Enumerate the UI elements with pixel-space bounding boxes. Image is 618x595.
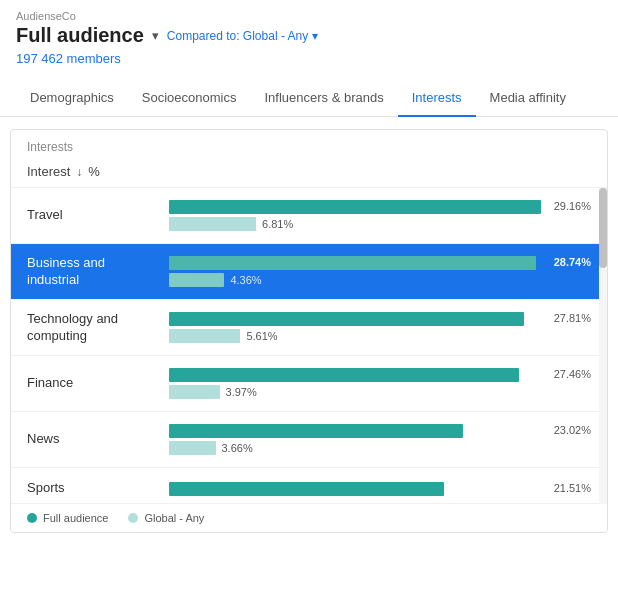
- bar-value-news-secondary: 3.66%: [222, 442, 253, 454]
- legend-dot-primary: [27, 513, 37, 523]
- bar-finance-secondary: [169, 385, 220, 399]
- bar-row-travel-primary: [169, 200, 541, 214]
- scrollbar-thumb[interactable]: [599, 188, 607, 268]
- bar-business-primary: [169, 256, 536, 270]
- bar-row-tech-secondary: 5.61%: [169, 329, 541, 343]
- bars-tech: 27.81% 5.61%: [169, 312, 591, 343]
- tab-media-affinity[interactable]: Media affinity: [476, 80, 580, 117]
- header: AudienseCo Full audience ▾ Compared to: …: [0, 0, 618, 72]
- bar-tech-primary: [169, 312, 524, 326]
- table-row: Travel 29.16% 6.81%: [11, 188, 607, 244]
- legend-dot-secondary: [128, 513, 138, 523]
- bars-finance: 27.46% 3.97%: [169, 368, 591, 399]
- scrollbar-track[interactable]: [599, 188, 607, 504]
- bar-row-news-primary: [169, 424, 541, 438]
- pct-tech-primary: 27.81%: [554, 312, 591, 324]
- bar-row-travel-secondary: 6.81%: [169, 217, 541, 231]
- bar-business-secondary: [169, 273, 224, 287]
- bar-value-travel-secondary: 6.81%: [262, 218, 293, 230]
- compared-to-value[interactable]: Global - Any ▾: [243, 29, 318, 43]
- bar-row-news-secondary: 3.66%: [169, 441, 541, 455]
- table-row-finance: Finance 27.46% 3.97%: [11, 356, 607, 412]
- tab-socioeconomics[interactable]: Socioeconomics: [128, 80, 251, 117]
- legend-item-full: Full audience: [27, 512, 108, 524]
- pct-label: %: [88, 164, 100, 179]
- legend-label-full: Full audience: [43, 512, 108, 524]
- pct-sports-primary: 21.51%: [554, 482, 591, 494]
- bar-value-finance-secondary: 3.97%: [226, 386, 257, 398]
- compared-to-label: Compared to: Global - Any ▾: [167, 29, 318, 43]
- legend: Full audience Global - Any: [11, 504, 607, 532]
- bar-finance-primary: [169, 368, 519, 382]
- content-area: Interests Interest ↓ % Travel 29.16% 6.8…: [10, 129, 608, 533]
- bar-travel-secondary: [169, 217, 256, 231]
- pct-travel-primary: 29.16%: [554, 200, 591, 212]
- audience-title: Full audience: [16, 24, 144, 47]
- legend-label-global: Global - Any: [144, 512, 204, 524]
- row-label-business: Business and industrial: [27, 255, 157, 289]
- pct-business-primary: 28.74%: [554, 256, 591, 268]
- table-row-sports: Sports 21.51%: [11, 468, 607, 504]
- table-row-news: News 23.02% 3.66%: [11, 412, 607, 468]
- bar-travel-primary: [169, 200, 541, 214]
- row-label-news: News: [27, 431, 157, 448]
- table-wrapper: Travel 29.16% 6.81% Business and industr…: [11, 188, 607, 504]
- pct-finance-primary: 27.46%: [554, 368, 591, 380]
- bars-sports: 21.51%: [169, 482, 591, 496]
- bar-sports-primary: [169, 482, 444, 496]
- row-label-sports: Sports: [27, 480, 157, 497]
- row-label-finance: Finance: [27, 375, 157, 392]
- content-header: Interests Interest ↓ %: [11, 130, 607, 188]
- bar-row-sports-primary: [169, 482, 541, 496]
- table-row-tech: Technology and computing 27.81% 5.61%: [11, 300, 607, 356]
- bars-business: 28.74% 4.36%: [169, 256, 591, 287]
- bars-travel: 29.16% 6.81%: [169, 200, 591, 231]
- members-count: 197 462 members: [16, 51, 602, 66]
- tabs-bar: Demographics Socioeconomics Influencers …: [0, 80, 618, 117]
- bar-news-primary: [169, 424, 463, 438]
- audience-dropdown-icon[interactable]: ▾: [152, 28, 159, 43]
- audience-row: Full audience ▾ Compared to: Global - An…: [16, 24, 602, 47]
- bars-news: 23.02% 3.66%: [169, 424, 591, 455]
- tab-demographics[interactable]: Demographics: [16, 80, 128, 117]
- tab-influencers[interactable]: Influencers & brands: [250, 80, 397, 117]
- tab-interests[interactable]: Interests: [398, 80, 476, 117]
- section-title: Interests: [27, 140, 591, 154]
- bar-value-tech-secondary: 5.61%: [246, 330, 277, 342]
- sort-label[interactable]: Interest: [27, 164, 70, 179]
- legend-item-global: Global - Any: [128, 512, 204, 524]
- sort-arrow-icon[interactable]: ↓: [76, 165, 82, 179]
- bar-row-finance-primary: [169, 368, 541, 382]
- bar-row-finance-secondary: 3.97%: [169, 385, 541, 399]
- table-row-highlighted: Business and industrial 28.74% 4.36%: [11, 244, 607, 300]
- row-label-tech: Technology and computing: [27, 311, 157, 345]
- bar-news-secondary: [169, 441, 216, 455]
- row-label-travel: Travel: [27, 207, 157, 224]
- bar-tech-secondary: [169, 329, 240, 343]
- bar-value-business-secondary: 4.36%: [230, 274, 261, 286]
- bar-row-tech-primary: [169, 312, 541, 326]
- bar-row-business-primary: [169, 256, 541, 270]
- brand-name: AudienseCo: [16, 10, 602, 22]
- pct-news-primary: 23.02%: [554, 424, 591, 436]
- bar-row-business-secondary: 4.36%: [169, 273, 541, 287]
- sort-row: Interest ↓ %: [27, 160, 591, 181]
